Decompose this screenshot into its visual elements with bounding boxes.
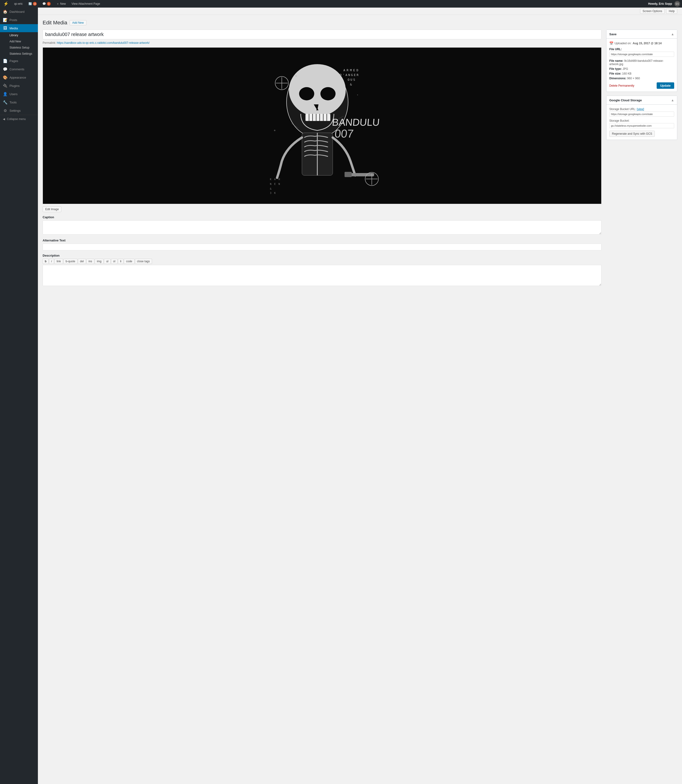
svg-text:K A H: K A H <box>270 178 280 181</box>
svg-text:&: & <box>270 188 272 190</box>
sidebar-item-settings[interactable]: ⚙ Settings <box>0 107 38 115</box>
right-col: Save ▲ 📅 Uploaded on: Aug 15, 2017 @ 18:… <box>606 30 677 144</box>
sidebar-item-comments[interactable]: 💬 Comments <box>0 65 38 73</box>
alt-text-group: Alternative Text <box>43 239 601 250</box>
description-input[interactable] <box>43 265 601 286</box>
sidebar-item-appearance[interactable]: 🎨 Appearance <box>0 73 38 82</box>
sidebar-item-posts[interactable]: 📝 Posts <box>0 16 38 24</box>
toolbar-ins[interactable]: ins <box>86 259 94 264</box>
toolbar-img[interactable]: img <box>95 259 104 264</box>
upload-date-row: 📅 Uploaded on: Aug 15, 2017 @ 18:14 <box>609 41 674 45</box>
settings-icon: ⚙ <box>3 108 8 113</box>
toolbar-code[interactable]: code <box>124 259 134 264</box>
new-content-btn[interactable]: ＋ New <box>55 2 67 6</box>
admin-bar: ⚡ qc-eric 🔄 16 💬 0 ＋ New View Attachment… <box>0 0 682 8</box>
save-metabox-toggle[interactable]: ▲ <box>671 32 674 36</box>
svg-text:ARMED: ARMED <box>343 68 360 72</box>
gcs-url-input[interactable] <box>609 111 674 117</box>
sidebar-item-pages[interactable]: 📄 Pages <box>0 57 38 65</box>
media-icon: 🖼 <box>3 26 8 30</box>
update-button[interactable]: Update <box>657 83 674 89</box>
permalink-row: Permalink: https://sandbox-uds-io-qc-eri… <box>43 41 601 45</box>
svg-point-29 <box>357 94 358 95</box>
tools-icon: 🔧 <box>3 100 8 105</box>
toolbar-ol[interactable]: ol <box>111 259 118 264</box>
toolbar-close-tags[interactable]: close tags <box>135 259 152 264</box>
gcs-metabox: Google Cloud Storage ▲ Storage Bucket UR… <box>606 95 677 140</box>
sidebar-item-plugins[interactable]: 🔌 Plugins <box>0 82 38 90</box>
posts-icon: 📝 <box>3 18 8 22</box>
updates-icon[interactable]: 🔄 16 <box>27 2 38 6</box>
file-url-input[interactable] <box>609 52 674 57</box>
help-btn[interactable]: Help <box>666 8 677 14</box>
dashboard-icon: 🏠 <box>3 10 8 14</box>
save-metabox-header[interactable]: Save ▲ <box>607 30 677 38</box>
toolbar-li[interactable]: li <box>118 259 123 264</box>
edit-image-button[interactable]: Edit Image <box>43 207 61 212</box>
svg-rect-15 <box>344 172 352 177</box>
gcs-url-label: Storage Bucket URL: [view] <box>609 108 674 111</box>
toolbar-del[interactable]: del <box>78 259 86 264</box>
calendar-icon: 📅 <box>609 41 613 45</box>
delete-permanently-link[interactable]: Delete Permanently <box>609 84 634 87</box>
sidebar-item-tools[interactable]: 🔧 Tools <box>0 98 38 107</box>
toolbar-bquote[interactable]: b-quote <box>64 259 77 264</box>
svg-text:3 K: 3 K <box>270 192 276 194</box>
comments-icon[interactable]: 💬 0 <box>41 2 52 6</box>
alt-text-input[interactable] <box>43 243 601 250</box>
gcs-bucket-input[interactable] <box>609 123 674 128</box>
svg-text:&: & <box>350 83 353 86</box>
view-attachment-link[interactable]: View Attachment Page <box>70 2 102 5</box>
gcs-metabox-header[interactable]: Google Cloud Storage ▲ <box>607 96 677 105</box>
svg-point-30 <box>274 130 276 131</box>
sidebar-subitem-stateless-settings[interactable]: Stateless Settings <box>0 51 38 57</box>
gcs-metabox-toggle[interactable]: ▲ <box>671 98 674 102</box>
add-new-btn[interactable]: Add New <box>70 20 86 25</box>
svg-text:N E N: N E N <box>270 183 280 185</box>
toolbar-link[interactable]: link <box>54 259 63 264</box>
screen-options-btn[interactable]: Screen Options <box>640 8 665 14</box>
sidebar-subitem-add-new[interactable]: Add New <box>0 38 38 45</box>
howdy-text: Howdy, Eric Sopp <box>648 2 672 5</box>
file-type-row: File type: JPG <box>609 67 674 70</box>
save-metabox: Save ▲ 📅 Uploaded on: Aug 15, 2017 @ 18:… <box>606 30 677 92</box>
media-image: BANDULU 007 ARMED D'ANGER OUS & <box>43 48 601 204</box>
caption-group: Caption <box>43 215 601 235</box>
description-group: Description b i link b-quote del ins img… <box>43 254 601 287</box>
caption-input[interactable] <box>43 220 601 235</box>
gcs-view-link[interactable]: [view] <box>637 108 644 111</box>
admin-sidebar: 🏠 Dashboard 📝 Posts 🖼 Media Library Add … <box>0 8 38 784</box>
page-header: Edit Media Add New <box>43 20 677 26</box>
caption-label: Caption <box>43 215 601 219</box>
appearance-icon: 🎨 <box>3 75 8 80</box>
users-icon: 👤 <box>3 92 8 96</box>
toolbar-italic[interactable]: i <box>49 259 54 264</box>
toolbar-ul[interactable]: ul <box>104 259 110 264</box>
file-size-row: File size: 160 KB <box>609 72 674 75</box>
dimensions-row: Dimensions: 960 × 960 <box>609 77 674 80</box>
media-title-input[interactable] <box>43 30 601 39</box>
gcs-metabox-title: Google Cloud Storage <box>609 99 642 102</box>
site-name[interactable]: qc-eric <box>13 2 24 5</box>
save-actions: Delete Permanently Update <box>609 83 674 89</box>
comments-menu-icon: 💬 <box>3 67 8 72</box>
media-image-wrap: BANDULU 007 ARMED D'ANGER OUS & <box>43 47 601 204</box>
wp-logo[interactable]: ⚡ <box>2 1 10 6</box>
sidebar-item-dashboard[interactable]: 🏠 Dashboard <box>0 8 38 16</box>
permalink-link[interactable]: https://sandbox-uds-io-qc-eric.c.rabbitc… <box>57 41 150 45</box>
pages-icon: 📄 <box>3 59 8 63</box>
svg-text:OUS: OUS <box>347 78 356 81</box>
description-label: Description <box>43 254 601 257</box>
toolbar-bold[interactable]: b <box>43 259 49 264</box>
svg-point-4 <box>320 87 336 100</box>
sidebar-item-users[interactable]: 👤 Users <box>0 90 38 98</box>
edit-media-wrap: Permalink: https://sandbox-uds-io-qc-eri… <box>43 30 677 290</box>
sidebar-subitem-library[interactable]: Library <box>0 32 38 38</box>
collapse-icon: ◀ <box>3 118 5 121</box>
svg-text:D'ANGER: D'ANGER <box>340 73 360 77</box>
sidebar-subitem-stateless-setup[interactable]: Stateless Setup <box>0 45 38 51</box>
regenerate-sync-btn[interactable]: Regenerate and Sync with GCS <box>609 131 655 137</box>
sidebar-item-media[interactable]: 🖼 Media <box>0 24 38 32</box>
save-metabox-body: 📅 Uploaded on: Aug 15, 2017 @ 18:14 File… <box>607 38 677 92</box>
collapse-menu-btn[interactable]: ◀ Collapse menu <box>0 115 38 123</box>
